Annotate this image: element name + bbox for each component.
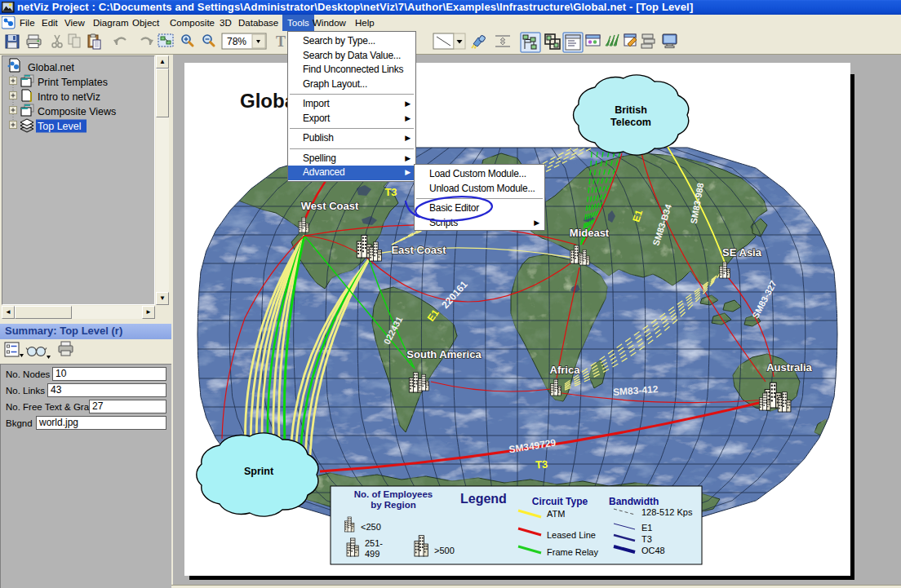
svg-text:499: 499 (365, 549, 379, 559)
svg-text:No. of Employees: No. of Employees (354, 489, 433, 499)
svg-text:Print Templates: Print Templates (38, 77, 108, 88)
svg-text:Top Level: Top Level (38, 121, 82, 132)
svg-text:>500: >500 (434, 546, 455, 555)
svg-text:Frame Relay: Frame Relay (547, 547, 598, 557)
svg-text:78%: 78% (227, 36, 246, 47)
svg-text:Sprint: Sprint (244, 466, 274, 477)
svg-text:T3: T3 (641, 534, 652, 544)
svg-text:by Region: by Region (371, 500, 416, 510)
svg-text:SE Asia: SE Asia (722, 246, 762, 259)
svg-text:Telecom: Telecom (610, 117, 651, 128)
svg-text:<250: <250 (361, 522, 381, 532)
svg-text:Africa: Africa (550, 364, 581, 376)
svg-text:T: T (276, 33, 286, 50)
svg-text:OC48: OC48 (641, 546, 665, 555)
svg-text:British: British (615, 104, 647, 116)
svg-text:Global.net: Global.net (28, 62, 75, 73)
svg-text:South America: South America (406, 348, 482, 360)
svg-text:Composite Views: Composite Views (38, 106, 116, 117)
svg-text:Leased Line: Leased Line (547, 530, 596, 540)
svg-text:ATM: ATM (547, 509, 565, 519)
svg-text:Bandwidth: Bandwidth (609, 496, 659, 507)
svg-text:Intro to netViz: Intro to netViz (38, 91, 100, 103)
svg-text:West Coast: West Coast (301, 200, 359, 212)
svg-text:T3: T3 (535, 458, 548, 471)
svg-text:Australia: Australia (766, 361, 812, 374)
svg-text:251-: 251- (365, 538, 383, 548)
svg-text:East Coast: East Coast (391, 244, 446, 256)
svg-text:E1: E1 (641, 523, 652, 533)
svg-text:T3: T3 (384, 186, 397, 198)
svg-text:Mideast: Mideast (570, 227, 610, 239)
svg-text:Legend: Legend (460, 492, 507, 506)
svg-text:128-512 Kps: 128-512 Kps (641, 507, 693, 517)
svg-text:Circuit Type: Circuit Type (532, 496, 588, 507)
